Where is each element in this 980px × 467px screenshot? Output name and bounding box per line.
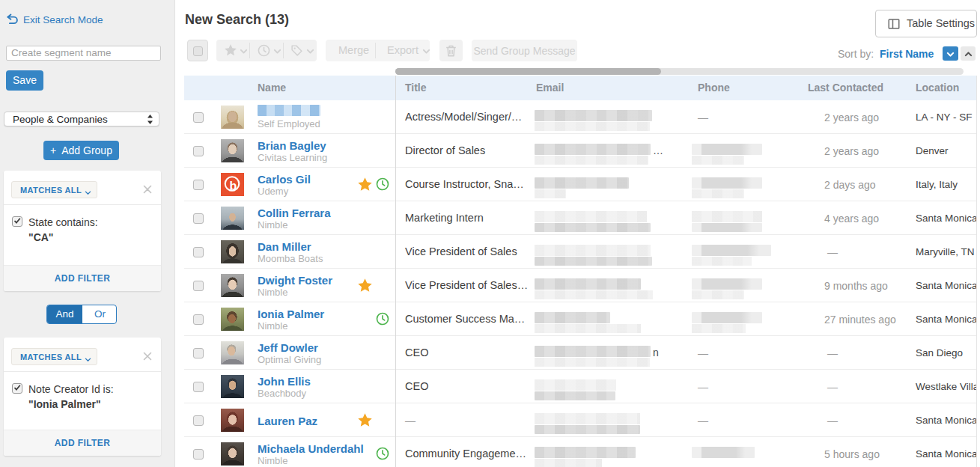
svg-text:b: b	[230, 180, 237, 192]
